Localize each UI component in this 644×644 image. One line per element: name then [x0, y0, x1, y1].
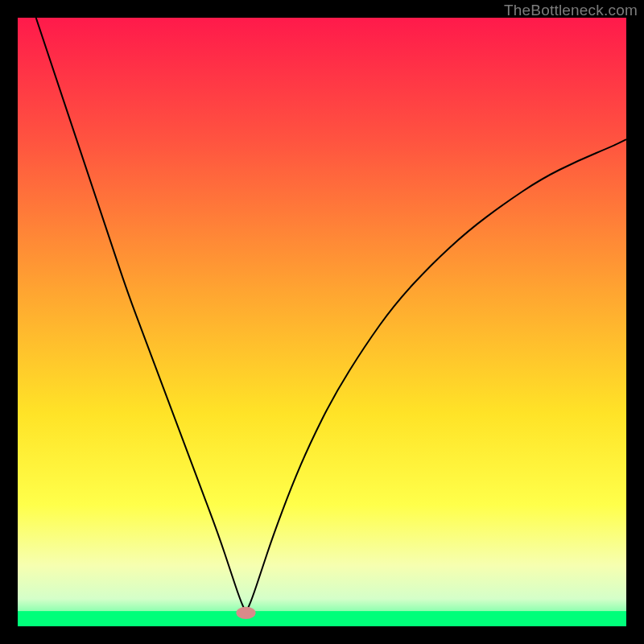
chart-background: [18, 18, 626, 626]
chart-frame: [18, 18, 626, 626]
optimum-marker: [236, 607, 255, 619]
watermark-text: TheBottleneck.com: [504, 2, 638, 19]
bottleneck-chart: [18, 18, 626, 626]
green-band: [18, 611, 626, 626]
